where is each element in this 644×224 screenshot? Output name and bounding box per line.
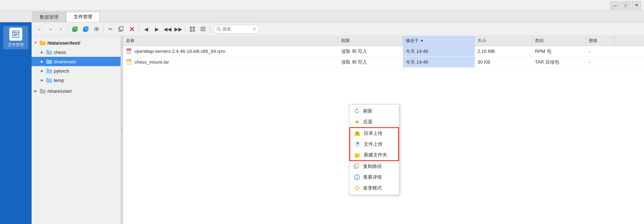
list-icon [200,26,206,32]
tab-data-mgmt[interactable]: 数据管理 [32,12,66,22]
refresh-menu-icon [354,108,360,114]
maximize-button[interactable]: □ [621,1,630,9]
tree-item-pytorch-label: pytorch [54,68,69,74]
delete-icon [129,26,135,32]
eye-icon [94,26,99,32]
sidebar-item-file-mgmt[interactable]: 文件管理 [3,26,28,49]
tab-file-mgmt[interactable]: 文件管理 [66,12,100,22]
tree-share-label: /share/user/ [47,88,72,94]
file-name-tar: TAR chess_mount.tar [123,57,338,67]
toolbar-sep-3 [139,26,139,33]
col-header-size[interactable]: 大小 [475,36,532,46]
search-clear[interactable]: ✕ [253,27,256,32]
col-header-type[interactable]: 类别 [532,36,586,46]
copy-local-icon [72,26,78,32]
tree-share[interactable]: ▶ /share/user/ [32,86,123,96]
col-header-encrypt[interactable]: 密级 [586,36,615,46]
context-menu-dir-upload[interactable]: 目录上传 [350,128,398,139]
search-icon [217,27,221,31]
tree-item-temp[interactable]: ▶ temp [32,76,123,85]
rpm-file-icon: RPM [126,48,132,55]
btn-b[interactable]: ▶ [152,24,162,34]
svg-rect-21 [201,30,206,31]
copy-remote-button[interactable] [81,24,91,34]
file-modified-tar: 今天 14:46 [403,57,475,67]
context-menu-change-mode[interactable]: 改变模式 [349,183,399,193]
svg-rect-6 [74,27,77,31]
close-button[interactable]: ✕ [632,1,641,9]
context-menu-refresh[interactable]: 刷新 [349,106,399,116]
file-modified-rpm: 今天 14:46 [403,46,475,56]
up-button[interactable]: ↑ [56,24,66,34]
file-row-tar[interactable]: TAR chess_mount.tar 读取 和 写入 今天 14:46 30 … [123,57,644,68]
context-menu-new-folder[interactable]: 新建文件夹 [350,150,398,160]
file-row-rpm[interactable]: RPM openldap-servers-2.4.46-18.el8.x86_6… [123,46,644,57]
svg-text:TAR: TAR [127,60,130,61]
context-menu-file-upload[interactable]: 文件上传 [350,139,398,150]
col-header-modified[interactable]: 修改于 ▼ [403,36,475,46]
resize-handle[interactable]: ⋮ [121,36,123,224]
tar-file-icon: TAR [126,59,132,65]
svg-rect-24 [40,41,46,45]
copy-icon [118,26,124,32]
expander-temp: ▶ [39,78,44,83]
svg-rect-19 [201,27,206,28]
title-bar: — □ ✕ [0,0,644,11]
btn-c[interactable]: ◀◀ [163,24,173,34]
tree-item-downloads[interactable]: ▶ downloads [32,57,123,66]
copy-path-menu-icon [354,163,360,170]
btn-a[interactable]: ◀ [141,24,151,34]
tree-item-downloads-label: downloads [54,59,76,64]
forward-button[interactable]: → [45,24,55,34]
file-type-rpm: RPM 包 [532,46,586,56]
title-bar-controls: — □ ✕ [610,1,641,9]
file-name-rpm: RPM openldap-servers-2.4.46-18.el8.x86_6… [123,46,338,56]
svg-rect-17 [190,29,192,32]
copy-remote-icon [83,26,89,32]
tree-root[interactable]: ▼ /data/user/test/ [32,38,123,47]
svg-point-48 [357,175,357,176]
tree-item-pytorch[interactable]: ▶ pytorch [32,66,123,76]
root-folder-icon [39,40,46,46]
toolbar-sep-1 [68,26,68,33]
search-input[interactable] [222,27,251,32]
cut-button[interactable]: ✂ [105,24,116,34]
tab-bar: 数据管理 文件管理 [0,11,644,22]
file-encrypt-rpm: - [586,46,615,56]
back-button[interactable]: ← [34,24,44,34]
context-menu-highlighted-group: 目录上传 文件上传 [349,127,399,161]
tree-item-chess[interactable]: ▶ chess [32,47,123,57]
file-type-tar: TAR 压缩包 [532,57,586,67]
back-menu-icon [354,119,360,125]
pytorch-folder-icon [46,68,52,74]
context-menu-copy-path[interactable]: 复制路径 [349,161,399,172]
minimize-button[interactable]: — [610,1,620,9]
tree-root-label: /data/user/test/ [47,40,80,46]
context-menu-view-details[interactable]: 查看详情 [349,172,399,183]
sidebar-left: 文件管理 [0,22,32,224]
view-button[interactable] [91,24,102,34]
delete-button[interactable] [127,24,137,34]
list-view-button[interactable] [198,24,208,34]
svg-rect-27 [46,69,52,73]
copy-local-button[interactable] [70,24,80,34]
file-upload-menu-icon [354,141,361,147]
col-header-perm[interactable]: 权限 [338,36,403,46]
svg-rect-28 [46,79,52,83]
file-mgmt-icon [9,28,22,41]
context-menu-back[interactable]: 后退 [349,116,399,127]
col-header-name[interactable]: 名称 [123,36,338,46]
downloads-folder-icon [46,58,52,65]
grid-view-button[interactable] [187,24,197,34]
svg-point-49 [356,187,358,189]
file-size-rpm: 2.16 MB [475,46,532,56]
copy-button[interactable] [116,24,126,34]
expander-chess: ▶ [39,50,44,55]
toolbar: ← → ↑ [32,22,644,36]
temp-folder-icon [46,77,52,83]
svg-rect-15 [190,27,192,29]
btn-d[interactable]: ▶▶ [173,24,183,34]
tree-panel: ▼ /data/user/test/ ▶ [32,36,123,224]
file-size-tar: 30 KB [475,57,532,67]
svg-rect-45 [355,164,358,168]
